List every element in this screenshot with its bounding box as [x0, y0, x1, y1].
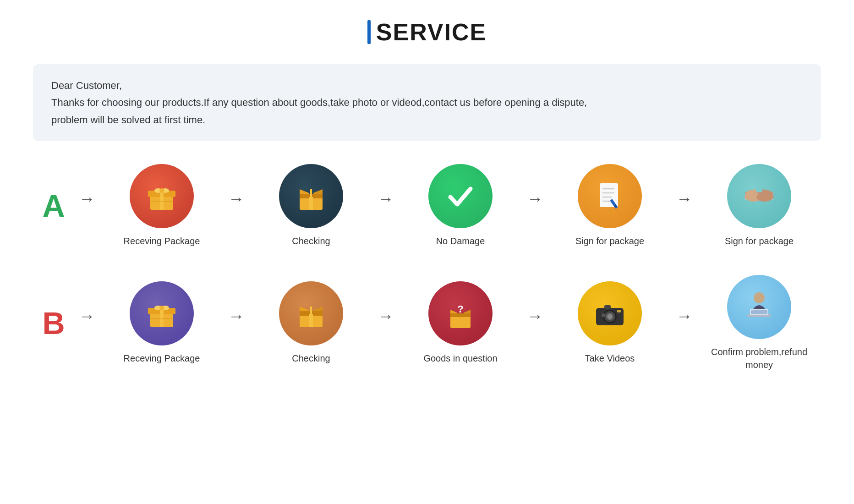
arrow-a3: →	[527, 189, 543, 208]
page-title: SERVICE	[376, 18, 487, 46]
arrow-b0: →	[79, 307, 95, 326]
flow-item-b5: Confirm problem,refund money	[697, 275, 821, 371]
label-b4: Take Videos	[585, 352, 635, 365]
arrow-b4: →	[676, 307, 693, 326]
arrow-a4: →	[676, 189, 693, 208]
icon-circle-a3	[428, 164, 493, 228]
flow-letter-a: A	[33, 188, 74, 224]
svg-rect-4	[150, 201, 173, 202]
camera-icon-b4	[591, 295, 628, 332]
svg-text:?: ?	[457, 303, 463, 315]
flow-item-a1: Receving Package	[100, 164, 224, 247]
label-a5: Sign for package	[725, 235, 794, 247]
icon-circle-b4	[578, 281, 642, 345]
icon-circle-b1	[130, 281, 194, 345]
label-b2: Checking	[292, 352, 330, 365]
notice-line2: Thanks for choosing our products.If any …	[51, 94, 803, 111]
arrow-b1: →	[228, 307, 245, 326]
svg-rect-43	[450, 316, 471, 328]
question-box-icon-b3: ?	[442, 295, 479, 332]
svg-rect-54	[617, 310, 621, 312]
icon-circle-b5	[727, 275, 791, 339]
open-box-icon-b2	[293, 295, 329, 332]
icon-circle-a1	[130, 164, 194, 228]
flow-letter-b: B	[33, 305, 74, 341]
flow-item-b2: Checking	[249, 281, 373, 365]
package-icon-b1	[143, 295, 180, 332]
icon-circle-b2	[279, 281, 343, 345]
arrow-b3: →	[527, 307, 543, 326]
svg-rect-33	[150, 318, 173, 319]
title-accent-bar	[367, 20, 371, 44]
checkmark-icon-a3	[442, 178, 479, 214]
label-a4: Sign for package	[575, 235, 644, 247]
svg-rect-59	[751, 310, 767, 314]
svg-rect-32	[160, 312, 164, 327]
flow-item-a3: No Damage	[399, 164, 522, 247]
flow-item-a4: Sign for package	[548, 164, 672, 247]
label-b3: Goods in question	[423, 352, 497, 365]
icon-circle-a2	[279, 164, 343, 228]
label-a3: No Damage	[436, 235, 485, 247]
svg-point-7	[159, 188, 164, 193]
page-title-section: SERVICE	[367, 18, 487, 46]
svg-point-56	[754, 292, 765, 303]
label-b5: Confirm problem,refund money	[697, 345, 821, 371]
sign-paper-icon-a4	[591, 178, 628, 214]
arrow-a2: →	[378, 189, 394, 208]
package-icon-a1	[143, 178, 180, 214]
notice-line3: problem will be solved at first time.	[51, 111, 803, 128]
flow-item-b1: Receving Package	[100, 281, 224, 365]
svg-point-55	[602, 313, 605, 317]
svg-rect-41	[309, 314, 313, 327]
flow-row-b: B → Receving Package →	[33, 275, 821, 371]
svg-rect-12	[309, 197, 313, 210]
arrow-a0: →	[79, 189, 95, 208]
flow-section: A →	[33, 164, 821, 371]
flow-item-a5: Sign for package	[697, 164, 821, 247]
icon-circle-a4	[578, 164, 642, 228]
open-box-icon-a2	[293, 178, 329, 214]
flow-item-b3: ? Goods in question	[399, 281, 522, 365]
label-b1: Receving Package	[124, 352, 200, 365]
arrow-a1: →	[228, 189, 245, 208]
icon-circle-b3: ?	[428, 281, 493, 345]
flow-row-a: A →	[33, 164, 821, 247]
flow-item-b4: Take Videos	[548, 281, 672, 365]
notice-box: Dear Customer, Thanks for choosing our p…	[33, 64, 821, 141]
flow-item-a2: Checking	[249, 164, 373, 247]
icon-circle-a5	[727, 164, 791, 228]
svg-point-36	[159, 306, 164, 310]
label-a1: Receving Package	[124, 235, 200, 247]
person-laptop-icon-b5	[741, 289, 777, 325]
handshake-icon-a5	[741, 178, 777, 214]
notice-line1: Dear Customer,	[51, 77, 803, 94]
label-a2: Checking	[292, 235, 330, 247]
svg-rect-53	[604, 305, 611, 309]
arrow-b2: →	[378, 307, 394, 326]
svg-rect-3	[160, 195, 164, 210]
svg-point-52	[608, 314, 612, 319]
